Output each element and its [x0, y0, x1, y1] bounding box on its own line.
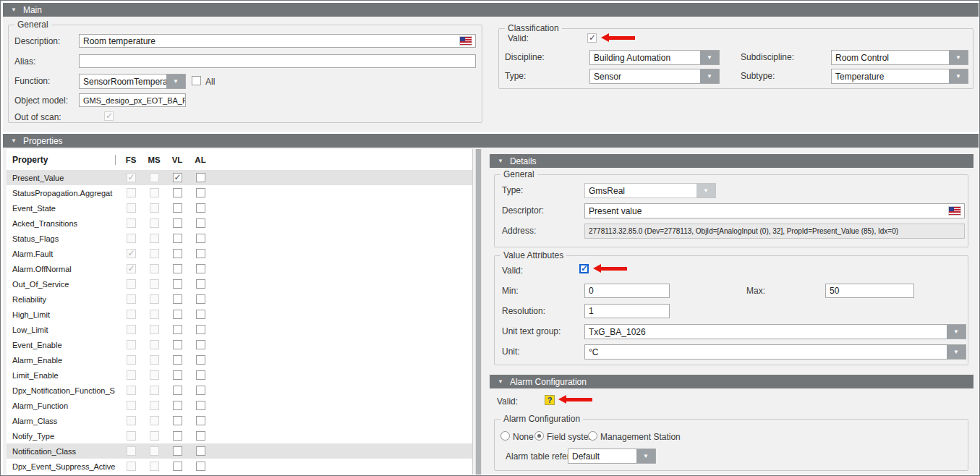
vl-checkbox[interactable]: [173, 446, 182, 456]
al-checkbox[interactable]: [196, 249, 205, 258]
table-row[interactable]: Low_Limit: [7, 322, 472, 337]
al-checkbox[interactable]: [196, 386, 205, 395]
function-combobox[interactable]: SensorRoomTemperature ▼: [79, 74, 186, 89]
dropdown-icon[interactable]: ▼: [947, 325, 966, 339]
column-header-al[interactable]: AL: [189, 156, 212, 164]
vl-checkbox[interactable]: [173, 173, 182, 182]
object-model-field[interactable]: GMS_desigo_px_EOT_BA_PX_AI_10: [79, 93, 186, 107]
discipline-combobox[interactable]: Building Automation ▼: [589, 50, 720, 65]
table-row[interactable]: Limit_Enable: [7, 367, 472, 383]
classification-valid-checkbox[interactable]: [587, 33, 597, 43]
max-field[interactable]: 50: [825, 284, 914, 298]
scrollbar-thumb[interactable]: [476, 149, 481, 475]
radio-field-system[interactable]: [534, 431, 544, 441]
main-section-header[interactable]: ▼ Main: [3, 3, 979, 17]
table-row[interactable]: Event_State: [7, 200, 472, 216]
table-row[interactable]: Alarm_Class: [7, 413, 472, 428]
vl-checkbox[interactable]: [173, 340, 182, 349]
vl-checkbox[interactable]: [173, 431, 182, 441]
collapse-icon[interactable]: ▼: [498, 379, 503, 385]
dropdown-icon[interactable]: ▼: [949, 69, 968, 83]
table-row[interactable]: Out_Of_Service: [7, 276, 472, 292]
table-row[interactable]: Acked_Transitions: [7, 216, 472, 231]
column-header-ms[interactable]: MS: [142, 156, 166, 164]
radio-none-label[interactable]: None: [513, 432, 534, 442]
all-checkbox[interactable]: [192, 76, 201, 85]
al-checkbox[interactable]: [196, 462, 205, 471]
table-row[interactable]: Dpx_Event_Suppress_Active: [7, 459, 472, 474]
al-checkbox[interactable]: [196, 203, 205, 213]
vl-checkbox[interactable]: [173, 386, 182, 395]
subtype-combobox[interactable]: Temperature ▼: [831, 69, 968, 84]
dropdown-icon[interactable]: ▼: [700, 69, 719, 83]
al-checkbox[interactable]: [196, 279, 205, 289]
dropdown-icon[interactable]: ▼: [949, 51, 968, 64]
table-row[interactable]: Alarm_Enable: [7, 352, 472, 367]
unit-combobox[interactable]: °C ▼: [584, 344, 966, 360]
indeterminate-question-icon[interactable]: ?: [545, 395, 555, 405]
vl-checkbox[interactable]: [173, 264, 182, 273]
table-row[interactable]: Notify_Type: [7, 428, 472, 443]
al-checkbox[interactable]: [196, 294, 205, 304]
radio-none[interactable]: [500, 431, 510, 441]
al-checkbox[interactable]: [196, 355, 205, 365]
subdiscipline-combobox[interactable]: Room Control ▼: [831, 50, 968, 65]
vl-checkbox[interactable]: [173, 416, 182, 425]
table-row[interactable]: Event_Enable: [7, 337, 472, 352]
vertical-scrollbar[interactable]: [475, 149, 482, 475]
vl-checkbox[interactable]: [173, 370, 182, 380]
unit-text-group-combobox[interactable]: TxG_BA_1026 ▼: [584, 324, 966, 339]
collapse-icon[interactable]: ▼: [11, 7, 17, 13]
table-row[interactable]: Alarm.Fault: [7, 246, 472, 261]
column-header-property[interactable]: Property: [7, 155, 119, 165]
table-row[interactable]: Alarm.OffNormal: [7, 261, 472, 276]
al-checkbox[interactable]: [196, 401, 205, 410]
vl-checkbox[interactable]: [173, 310, 182, 319]
value-valid-checkbox[interactable]: [579, 264, 589, 273]
vl-checkbox[interactable]: [173, 462, 182, 471]
vl-checkbox[interactable]: [173, 218, 182, 228]
alarm-configuration-section-header[interactable]: ▼ Alarm Configuration: [490, 375, 973, 388]
al-checkbox[interactable]: [196, 264, 205, 273]
al-checkbox[interactable]: [196, 431, 205, 441]
properties-section-header[interactable]: ▼ Properties: [3, 134, 979, 148]
table-row[interactable]: Alarm_Function: [7, 398, 472, 413]
vl-checkbox[interactable]: [173, 203, 182, 213]
descriptor-field[interactable]: Present value: [584, 203, 965, 218]
type-combobox[interactable]: Sensor ▼: [589, 69, 720, 84]
vl-checkbox[interactable]: [173, 188, 182, 197]
vl-checkbox[interactable]: [173, 249, 182, 258]
table-row[interactable]: Dpx_Notification_Function_S: [7, 383, 472, 398]
al-checkbox[interactable]: [196, 173, 205, 182]
collapse-icon[interactable]: ▼: [11, 138, 17, 144]
dropdown-icon[interactable]: ▼: [166, 75, 185, 88]
vl-checkbox[interactable]: [173, 294, 182, 304]
table-row[interactable]: High_Limit: [7, 307, 472, 322]
al-checkbox[interactable]: [196, 218, 205, 228]
table-row[interactable]: Present_Value: [7, 170, 472, 185]
column-header-fs[interactable]: FS: [119, 156, 142, 164]
al-checkbox[interactable]: [196, 446, 205, 456]
column-header-vl[interactable]: VL: [166, 156, 189, 164]
table-row[interactable]: Status_Flags: [7, 231, 472, 246]
alias-field[interactable]: [79, 54, 476, 68]
min-field[interactable]: 0: [584, 284, 670, 298]
al-checkbox[interactable]: [196, 370, 205, 380]
dropdown-icon[interactable]: ▼: [636, 449, 655, 463]
vl-checkbox[interactable]: [173, 234, 182, 243]
radio-management-station[interactable]: [588, 431, 597, 441]
alarm-table-reference-combobox[interactable]: Default ▼: [568, 449, 656, 464]
dropdown-icon[interactable]: ▼: [700, 51, 719, 64]
vl-checkbox[interactable]: [173, 279, 182, 289]
vl-checkbox[interactable]: [173, 355, 182, 365]
radio-management-station-label[interactable]: Management Station: [600, 432, 681, 442]
table-row[interactable]: Reliability: [7, 292, 472, 307]
al-checkbox[interactable]: [196, 188, 205, 197]
al-checkbox[interactable]: [196, 310, 205, 319]
table-row[interactable]: Notification_Class: [7, 443, 472, 459]
collapse-icon[interactable]: ▼: [498, 158, 503, 164]
vl-checkbox[interactable]: [173, 401, 182, 410]
details-section-header[interactable]: ▼ Details: [490, 154, 973, 168]
resolution-field[interactable]: 1: [584, 304, 670, 318]
table-row[interactable]: StatusPropagation.Aggregat: [7, 185, 472, 200]
